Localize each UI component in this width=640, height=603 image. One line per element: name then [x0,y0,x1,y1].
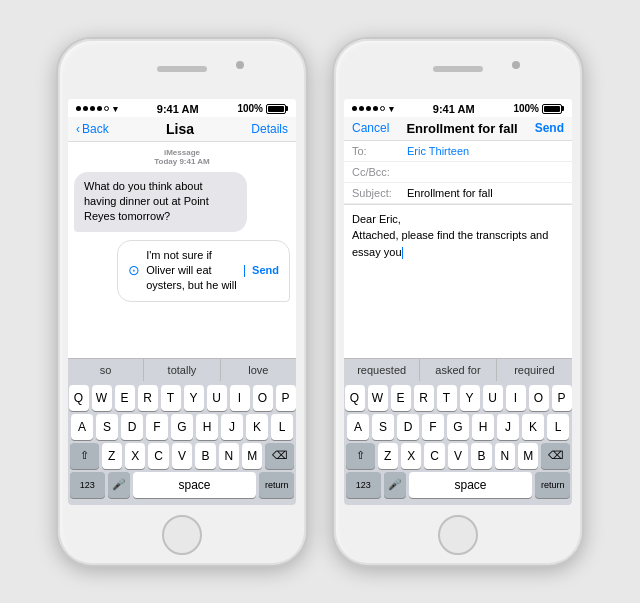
key-S[interactable]: S [96,414,118,440]
key-2-L[interactable]: L [547,414,569,440]
key-2-return[interactable]: return [535,472,570,498]
key-E[interactable]: E [115,385,135,411]
pred-mail-3[interactable]: required [497,359,572,381]
key-2-J[interactable]: J [497,414,519,440]
key-A[interactable]: A [71,414,93,440]
key-2-delete[interactable]: ⌫ [541,443,570,469]
key-2-space[interactable]: space [409,472,533,498]
key-Y[interactable]: Y [184,385,204,411]
battery-body-2 [542,104,562,114]
key-G[interactable]: G [171,414,193,440]
key-2-C[interactable]: C [424,443,444,469]
key-U[interactable]: U [207,385,227,411]
phone-top-2 [334,39,582,99]
speaker-2 [433,66,483,72]
key-2-mic[interactable]: 🎤 [384,472,406,498]
key-shift[interactable]: ⇧ [70,443,99,469]
key-X[interactable]: X [125,443,145,469]
camera-dot-1 [236,61,244,69]
dot1 [76,106,81,111]
key-M[interactable]: M [242,443,262,469]
key-B[interactable]: B [195,443,215,469]
key-2-P[interactable]: P [552,385,572,411]
key-return[interactable]: return [259,472,294,498]
key-2-Y[interactable]: Y [460,385,480,411]
predictive-bar-1: so totally love [68,358,296,381]
key-mic[interactable]: 🎤 [108,472,130,498]
dot-a [352,106,357,111]
key-2-H[interactable]: H [472,414,494,440]
key-2-D[interactable]: D [397,414,419,440]
key-delete[interactable]: ⌫ [265,443,294,469]
key-2-S[interactable]: S [372,414,394,440]
key-K[interactable]: K [246,414,268,440]
key-H[interactable]: H [196,414,218,440]
pred-mail-2[interactable]: asked for [420,359,496,381]
message-time: Today 9:41 AM [74,157,290,166]
key-2-R[interactable]: R [414,385,434,411]
key-N[interactable]: N [219,443,239,469]
key-V[interactable]: V [172,443,192,469]
camera-dot-2 [512,61,520,69]
key-2-B[interactable]: B [471,443,491,469]
key-R[interactable]: R [138,385,158,411]
pred-item-2[interactable]: totally [144,359,220,381]
battery-fill-1 [268,106,284,112]
dot3 [90,106,95,111]
subject-value[interactable]: Enrollment for fall [407,187,493,199]
key-2-F[interactable]: F [422,414,444,440]
key-space[interactable]: space [133,472,257,498]
key-2-N[interactable]: N [495,443,515,469]
pred-item-1[interactable]: so [68,359,144,381]
key-P[interactable]: P [276,385,296,411]
key-2-A[interactable]: A [347,414,369,440]
to-value[interactable]: Eric Thirteen [407,145,469,157]
key-row-4: 123 🎤 space return [70,472,294,498]
key-2-W[interactable]: W [368,385,388,411]
message-service: iMessage [74,148,290,157]
camera-icon[interactable]: ⊙ [128,261,140,281]
key-C[interactable]: C [148,443,168,469]
pred-mail-1[interactable]: requested [344,359,420,381]
key-2-U[interactable]: U [483,385,503,411]
key-2-T[interactable]: T [437,385,457,411]
key-J[interactable]: J [221,414,243,440]
key-2-X[interactable]: X [401,443,421,469]
key-D[interactable]: D [121,414,143,440]
key-2-Z[interactable]: Z [378,443,398,469]
key-O[interactable]: O [253,385,273,411]
pred-item-3[interactable]: love [221,359,296,381]
key-I[interactable]: I [230,385,250,411]
key-2-Q[interactable]: Q [345,385,365,411]
key-Q[interactable]: Q [69,385,89,411]
key-2-M[interactable]: M [518,443,538,469]
mail-body[interactable]: Dear Eric,Attached, please find the tran… [344,205,572,358]
key-2-shift[interactable]: ⇧ [346,443,375,469]
key-Z[interactable]: Z [102,443,122,469]
home-button-2[interactable] [438,515,478,555]
key-2-O[interactable]: O [529,385,549,411]
key-123[interactable]: 123 [70,472,105,498]
key-2-K[interactable]: K [522,414,544,440]
key-2-E[interactable]: E [391,385,411,411]
key-2-G[interactable]: G [447,414,469,440]
battery-percent-1: 100% [237,103,263,114]
details-button[interactable]: Details [251,122,288,136]
back-label: Back [82,122,109,136]
key-2-123[interactable]: 123 [346,472,381,498]
phone-imessage: ▾ 9:41 AM 100% ‹ Back [56,37,308,567]
send-button[interactable]: Send [535,121,564,135]
key-2-I[interactable]: I [506,385,526,411]
speaker-1 [157,66,207,72]
mail-navbar: Cancel Enrollment for fall Send [344,117,572,141]
back-button[interactable]: ‹ Back [76,122,109,136]
key-W[interactable]: W [92,385,112,411]
home-button-1[interactable] [162,515,202,555]
signal-dots-2 [352,106,385,111]
key-L[interactable]: L [271,414,293,440]
key-T[interactable]: T [161,385,181,411]
key-F[interactable]: F [146,414,168,440]
send-button-inline[interactable]: Send [252,263,279,278]
key-2-V[interactable]: V [448,443,468,469]
cancel-button[interactable]: Cancel [352,121,389,135]
